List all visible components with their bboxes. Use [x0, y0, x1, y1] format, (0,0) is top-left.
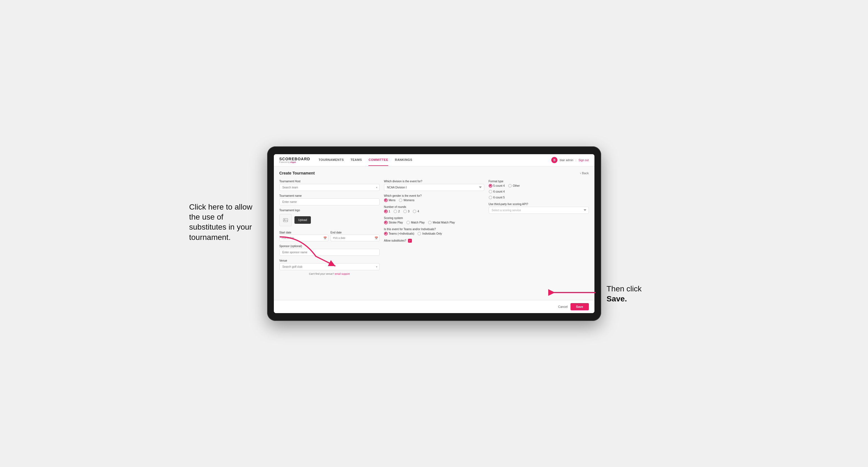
- rounds-1-radio[interactable]: [384, 210, 388, 213]
- tournament-host-label: Tournament Host: [279, 180, 380, 183]
- scoring-match[interactable]: Match Play: [406, 221, 425, 224]
- gender-mens-label: Mens: [389, 199, 396, 202]
- event-individuals-radio[interactable]: [417, 232, 421, 236]
- event-teams[interactable]: Teams (+Individuals): [384, 232, 414, 236]
- scoring-stroke[interactable]: Stroke Play: [384, 221, 403, 224]
- rounds-4-radio[interactable]: [413, 210, 416, 213]
- user-avatar: B: [551, 157, 557, 163]
- rounds-2-radio[interactable]: [394, 210, 397, 213]
- gender-womens-radio[interactable]: [399, 198, 402, 202]
- form-col-2: Which division is the event for? NCAA Di…: [384, 180, 484, 275]
- upload-button[interactable]: Upload: [294, 216, 311, 224]
- event-individuals[interactable]: Individuals Only: [417, 232, 442, 236]
- format-6count4-label: 6 count 4: [493, 190, 505, 193]
- svg-rect-0: [283, 218, 288, 222]
- format-type-group: Format type 5 count 4 Other: [489, 180, 589, 199]
- scoring-medal-label: Medal Match Play: [433, 221, 455, 224]
- event-type-group: Is this event for Teams and/or Individua…: [384, 228, 484, 236]
- calendar-icon-end: 📅: [375, 236, 378, 239]
- scoring-match-radio[interactable]: [406, 221, 410, 224]
- scoring-medal[interactable]: Medal Match Play: [428, 221, 455, 224]
- nav-links: TOURNAMENTS TEAMS COMMITTEE RANKINGS: [319, 154, 552, 166]
- format-other[interactable]: Other: [508, 184, 520, 188]
- nav-teams[interactable]: TEAMS: [350, 154, 362, 166]
- logo-text: SCOREBOARD: [279, 157, 310, 161]
- rounds-2-label: 2: [398, 210, 400, 213]
- rounds-label: Number of rounds: [384, 206, 484, 209]
- api-label: Use third-party live scoring API?: [489, 203, 589, 206]
- division-group: Which division is the event for? NCAA Di…: [384, 180, 484, 191]
- nav-rankings[interactable]: RANKINGS: [395, 154, 412, 166]
- scoring-service-select[interactable]: Select a scoring service: [489, 207, 589, 214]
- scoring-stroke-label: Stroke Play: [389, 221, 403, 224]
- end-date-label: End date: [331, 231, 342, 234]
- event-type-radio-group: Teams (+Individuals) Individuals Only: [384, 232, 484, 236]
- start-date-label: Start date: [279, 231, 291, 234]
- bottom-bar: Cancel Save: [274, 300, 594, 313]
- event-individuals-label: Individuals Only: [422, 232, 442, 235]
- save-button[interactable]: Save: [570, 303, 589, 310]
- division-select[interactable]: NCAA Division I: [384, 184, 484, 191]
- tablet-screen: SCOREBOARD Powered by clippd TOURNAMENTS…: [274, 154, 594, 313]
- format-6count4[interactable]: 6 count 4: [489, 190, 505, 193]
- gender-group: Which gender is the event for? Mens Wome…: [384, 194, 484, 202]
- page-header: Create Tournament Back: [279, 171, 589, 175]
- page-title: Create Tournament: [279, 171, 315, 175]
- scoring-stroke-radio[interactable]: [384, 221, 388, 224]
- format-5count4[interactable]: 5 count 4: [489, 184, 505, 188]
- format-other-label: Other: [513, 184, 520, 187]
- format-row-2: 6 count 4: [489, 190, 589, 193]
- gender-mens-radio[interactable]: [384, 198, 388, 202]
- logo-powered: Powered by clippd: [279, 161, 310, 163]
- division-label: Which division is the event for?: [384, 180, 484, 183]
- rounds-3-radio[interactable]: [403, 210, 407, 213]
- logo-upload-area: Upload: [279, 214, 380, 226]
- logo: SCOREBOARD Powered by clippd: [279, 157, 310, 163]
- cancel-button[interactable]: Cancel: [558, 305, 568, 308]
- rounds-3-label: 3: [408, 210, 410, 213]
- format-5count4-radio[interactable]: [489, 184, 492, 188]
- tournament-name-input[interactable]: [279, 198, 380, 206]
- gender-womens[interactable]: Womens: [399, 198, 414, 202]
- gender-mens[interactable]: Mens: [384, 198, 396, 202]
- sign-out-link[interactable]: Sign out: [579, 159, 589, 162]
- substitutes-group: Allow substitutes? ✓: [384, 239, 484, 243]
- gender-radio-group: Mens Womens: [384, 198, 484, 202]
- format-other-radio[interactable]: [508, 184, 512, 188]
- venue-email-link[interactable]: email support: [335, 273, 350, 275]
- scoring-medal-radio[interactable]: [428, 221, 432, 224]
- navbar: SCOREBOARD Powered by clippd TOURNAMENTS…: [274, 154, 594, 166]
- tournament-logo-group: Tournament logo Upload: [279, 209, 380, 226]
- rounds-3[interactable]: 3: [403, 210, 410, 213]
- substitutes-label: Allow substitutes?: [384, 239, 406, 242]
- nav-tournaments[interactable]: TOURNAMENTS: [319, 154, 344, 166]
- format-type-label: Format type: [489, 180, 589, 183]
- rounds-1[interactable]: 1: [384, 210, 391, 213]
- format-6count4-radio[interactable]: [489, 190, 492, 193]
- format-row-3: 6 count 5: [489, 196, 589, 199]
- format-type-options: 5 count 4 Other: [489, 184, 589, 199]
- nav-committee[interactable]: COMMITTEE: [368, 154, 388, 166]
- rounds-2[interactable]: 2: [394, 210, 400, 213]
- annotation-right: Then click Save.: [607, 284, 662, 304]
- venue-help: Can't find your venue? email support: [279, 273, 380, 275]
- event-teams-radio[interactable]: [384, 232, 388, 236]
- gender-label: Which gender is the event for?: [384, 194, 484, 197]
- rounds-4-label: 4: [417, 210, 419, 213]
- scoring-radio-group: Stroke Play Match Play Medal Match Play: [384, 221, 484, 224]
- tournament-logo-label: Tournament logo: [279, 209, 380, 212]
- substitutes-checkbox[interactable]: ✓: [408, 239, 412, 243]
- rounds-1-label: 1: [389, 210, 391, 213]
- format-6count5[interactable]: 6 count 5: [489, 196, 505, 199]
- rounds-group: Number of rounds 1 2: [384, 206, 484, 213]
- scoring-match-label: Match Play: [411, 221, 425, 224]
- format-6count5-radio[interactable]: [489, 196, 492, 199]
- rounds-4[interactable]: 4: [413, 210, 419, 213]
- event-teams-label: Teams (+Individuals): [389, 232, 414, 235]
- back-link[interactable]: Back: [580, 172, 589, 175]
- substitutes-item[interactable]: Allow substitutes? ✓: [384, 239, 484, 243]
- tournament-host-input[interactable]: [279, 184, 380, 191]
- logo-placeholder: [279, 214, 292, 226]
- user-name: blair admin: [560, 159, 573, 162]
- dropdown-icon: ▾: [376, 186, 377, 189]
